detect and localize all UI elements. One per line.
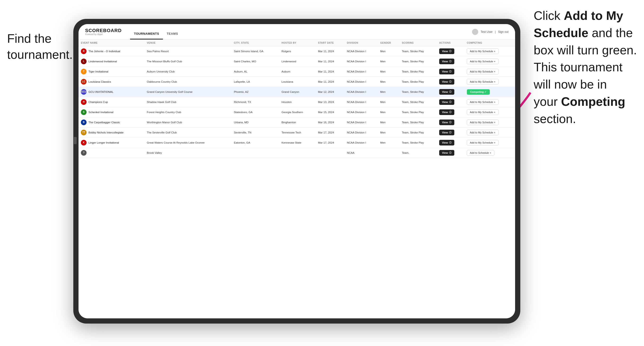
col-start-date: START DATE: [316, 40, 344, 46]
event-name: Bobby Nichols Intercollegiate: [88, 131, 124, 134]
table-row: GCU GCU INVITATIONAL Grand Canyon Univer…: [78, 87, 515, 97]
view-button[interactable]: View ⓘ: [439, 120, 454, 125]
add-to-schedule-button[interactable]: Add to My Schedule +: [467, 79, 498, 85]
competing-cell: Add to My Schedule +: [464, 67, 515, 77]
start-date-cell: [316, 148, 344, 158]
nav-tabs: TOURNAMENTS TEAMS: [130, 24, 182, 39]
start-date-cell: Mar 16, 2024: [316, 117, 344, 128]
gender-cell: [378, 148, 400, 158]
venue-cell: The Missouri Bluffs Golf Club: [144, 56, 232, 67]
city-cell: Lafayette, LA: [232, 77, 279, 87]
gender-cell: Men: [378, 117, 400, 128]
competing-cell: Add to My Schedule +: [464, 77, 515, 87]
scoring-cell: Team, Stroke Play: [400, 97, 437, 107]
view-button[interactable]: View ⓘ: [439, 79, 454, 85]
event-name: Linger Longer Invitational: [88, 141, 119, 145]
view-button[interactable]: View ⓘ: [439, 69, 454, 74]
gender-cell: Men: [378, 77, 400, 87]
col-competing: COMPETING: [464, 40, 515, 46]
add-to-schedule-button[interactable]: Add to My Schedule +: [467, 48, 498, 54]
hosted-by-cell: Tennessee Tech: [279, 128, 316, 138]
add-to-schedule-button[interactable]: Add to My Schedule +: [467, 59, 498, 64]
view-button[interactable]: View ⓘ: [439, 59, 454, 64]
actions-cell: View ⓘ: [437, 117, 464, 128]
division-cell: NCAA Division I: [344, 128, 378, 138]
division-cell: NCAA Division I: [344, 107, 378, 117]
view-button[interactable]: View ⓘ: [439, 99, 454, 105]
event-name: Tiger Invitational: [88, 70, 108, 73]
table-row: S Schenkel Invitational Forest Heights C…: [78, 107, 515, 117]
actions-cell: View ⓘ: [437, 87, 464, 97]
competing-cell: Competing ✓: [464, 87, 515, 97]
tablet-frame: SCOREBOARD Powered by clippd TOURNAMENTS…: [73, 19, 520, 324]
scoring-cell: Team, Stroke Play: [400, 117, 437, 128]
col-scoring: SCORING: [400, 40, 437, 46]
event-name: The Johnnie - O Individual: [88, 49, 120, 53]
hosted-by-cell: Rutgers: [279, 46, 316, 56]
table-row: ? Brook ValleyNCAATeam,View ⓘAdd to Sche…: [78, 148, 515, 158]
start-date-cell: Mar 15, 2024: [316, 107, 344, 117]
venue-cell: Sea Palms Resort: [144, 46, 232, 56]
view-button[interactable]: View ⓘ: [439, 150, 454, 156]
view-button[interactable]: View ⓘ: [439, 109, 454, 115]
top-bar-right: Test User | Sign out: [472, 29, 508, 35]
sign-out-link[interactable]: Sign out: [498, 30, 508, 33]
event-name: Lindenwood Invitational: [88, 59, 117, 63]
gender-cell: Men: [378, 67, 400, 77]
add-to-schedule-button[interactable]: Add to My Schedule +: [467, 140, 498, 146]
table-row: H Champions Cup Shadow Hawk Golf ClubRic…: [78, 97, 515, 107]
app-logo: SCOREBOARD: [85, 28, 122, 33]
add-to-schedule-button[interactable]: Add to Schedule +: [467, 150, 494, 156]
hosted-by-cell: Kennesaw State: [279, 138, 316, 148]
actions-cell: View ⓘ: [437, 107, 464, 117]
col-hosted-by: HOSTED BY: [279, 40, 316, 46]
division-cell: NCAA Division I: [344, 46, 378, 56]
user-avatar: [472, 29, 478, 35]
annotation-left: Find the tournament.: [7, 31, 73, 63]
scoring-cell: Team, Stroke Play: [400, 56, 437, 67]
add-to-schedule-button[interactable]: Add to My Schedule +: [467, 99, 498, 105]
hosted-by-cell: Auburn: [279, 67, 316, 77]
add-to-schedule-button[interactable]: Add to My Schedule +: [467, 109, 498, 115]
tab-teams[interactable]: TEAMS: [163, 32, 182, 39]
col-event-name: EVENT NAME: [78, 40, 144, 46]
venue-cell: The Sevierville Golf Club: [144, 128, 232, 138]
competing-cell: Add to My Schedule +: [464, 46, 515, 56]
view-button[interactable]: View ⓘ: [439, 130, 454, 135]
scoring-cell: Team, Stroke Play: [400, 138, 437, 148]
competing-cell: Add to My Schedule +: [464, 128, 515, 138]
col-gender: GENDER: [378, 40, 400, 46]
top-bar: SCOREBOARD Powered by clippd TOURNAMENTS…: [78, 24, 515, 40]
hosted-by-cell: Binghamton: [279, 117, 316, 128]
side-nav-tab[interactable]: [74, 137, 77, 144]
gender-cell: Men: [378, 87, 400, 97]
tab-tournaments[interactable]: TOURNAMENTS: [130, 32, 163, 39]
competing-button[interactable]: Competing ✓: [467, 89, 490, 95]
col-actions: ACTIONS: [437, 40, 464, 46]
tournaments-table: EVENT NAME VENUE CITY, STATE HOSTED BY S…: [78, 40, 515, 158]
view-button[interactable]: View ⓘ: [439, 140, 454, 146]
scoring-cell: Team, Stroke Play: [400, 87, 437, 97]
actions-cell: View ⓘ: [437, 67, 464, 77]
gender-cell: Men: [378, 97, 400, 107]
col-venue: VENUE: [144, 40, 232, 46]
venue-cell: Auburn University Club: [144, 67, 232, 77]
scoring-cell: Team, Stroke Play: [400, 107, 437, 117]
event-name: Schenkel Invitational: [88, 110, 113, 114]
event-name: Louisiana Classics: [88, 80, 111, 84]
venue-cell: Shadow Hawk Golf Club: [144, 97, 232, 107]
actions-cell: View ⓘ: [437, 138, 464, 148]
view-button[interactable]: View ⓘ: [439, 89, 454, 95]
actions-cell: View ⓘ: [437, 148, 464, 158]
division-cell: NCAA Division I: [344, 77, 378, 87]
hosted-by-cell: Grand Canyon: [279, 87, 316, 97]
event-name: GCU INVITATIONAL: [88, 90, 114, 94]
tablet-screen: SCOREBOARD Powered by clippd TOURNAMENTS…: [78, 24, 515, 318]
add-to-schedule-button[interactable]: Add to My Schedule +: [467, 69, 498, 74]
add-to-schedule-button[interactable]: Add to My Schedule +: [467, 120, 498, 125]
view-button[interactable]: View ⓘ: [439, 48, 454, 54]
scoring-cell: Team, Stroke Play: [400, 128, 437, 138]
competing-cell: Add to My Schedule +: [464, 97, 515, 107]
actions-cell: View ⓘ: [437, 56, 464, 67]
add-to-schedule-button[interactable]: Add to My Schedule +: [467, 130, 498, 135]
